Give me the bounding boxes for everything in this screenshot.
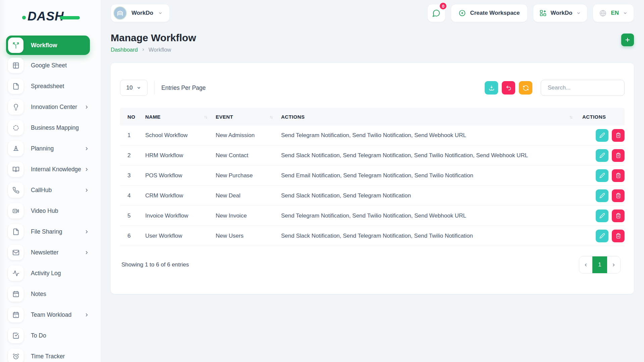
book-icon [12,166,19,173]
messages-button[interactable]: 0 [427,4,445,22]
logo-bar-icon [60,16,80,19]
create-workspace-label: Create Workspace [470,10,520,16]
cell-event: New Admission [216,132,281,139]
delete-button[interactable] [612,189,625,202]
trash-icon [615,153,621,158]
chevron-right-icon [611,262,616,267]
sidebar-item-video-hub[interactable]: Video Hub [0,200,101,221]
chevron-right-icon [84,188,89,193]
sidebar-item-label: Newsletter [31,249,59,256]
dashed-circle-icon [8,120,23,135]
sidebar-item-label: Business Mapping [31,124,79,131]
cell-row-actions [581,230,625,242]
sidebar-item-business-mapping[interactable]: Business Mapping [0,117,101,138]
lightbulb-icon [8,99,23,115]
table-icon [8,58,23,73]
sidebar-item-workflow[interactable]: Workflow [6,36,90,55]
cell-event: New Deal [216,192,281,199]
sidebar-item-file-sharing[interactable]: File Sharing [0,221,101,242]
next-page-button[interactable] [607,256,620,274]
create-workspace-button[interactable]: Create Workspace [451,4,527,22]
sort-icon[interactable]: ↑↓ [269,114,272,119]
delete-button[interactable] [612,169,625,182]
column-header-no[interactable]: NO [120,114,145,120]
previous-page-button[interactable] [579,256,592,274]
column-header-actions[interactable]: ACTIONS ↑↓ [281,114,581,120]
sidebar-item-to-do[interactable]: To Do [0,325,101,346]
breadcrumb-dashboard-link[interactable]: Dashboard [111,47,138,53]
cell-event: New Invoice [216,213,281,219]
book-icon [8,162,23,177]
trash-icon [615,213,621,219]
cell-name: Invoice Workflow [145,213,216,219]
workspace-switcher[interactable]: WorkDo [111,4,170,22]
sidebar-item-planning[interactable]: Planning [0,138,101,159]
entries-summary: Showing 1 to 6 of 6 entries [120,261,189,268]
chevron-right-icon [84,312,89,317]
chevron-right-icon [84,146,89,151]
cell-actions: Send Telegram Notification, Send Twilio … [281,132,581,139]
page-number-current[interactable]: 1 [592,256,607,274]
edit-button[interactable] [596,230,608,242]
app-logo[interactable]: DASH [22,9,79,26]
chevron-right-icon [84,312,89,317]
phone-icon [8,182,23,198]
table-row: 6 User Workflow New Users Send Slack Not… [120,226,625,246]
sidebar-item-google-sheet[interactable]: Google Sheet [0,55,101,76]
edit-button[interactable] [596,169,608,182]
workspace-name: WorkDo [131,10,153,16]
edit-button[interactable] [596,209,608,222]
sidebar-item-notes[interactable]: Notes [0,284,101,304]
edit-button[interactable] [596,149,608,162]
chevron-right-icon [84,229,89,234]
edit-button[interactable] [596,129,608,142]
export-button[interactable] [485,81,498,95]
delete-button[interactable] [612,149,625,162]
sidebar-item-newsletter[interactable]: Newsletter [0,242,101,263]
workspace-avatar [113,6,127,20]
lightbulb-icon [12,104,19,111]
chevron-right-icon [84,105,89,110]
cell-row-actions [581,169,625,182]
sidebar-item-activity-log[interactable]: Activity Log [0,263,101,284]
delete-button[interactable] [612,129,625,142]
delete-button[interactable] [612,209,625,222]
refresh-icon [523,85,529,91]
cell-name: School Workflow [145,132,216,139]
sidebar-item-innovation-center[interactable]: Innovation Center [0,97,101,117]
sidebar-item-label: To Do [31,332,46,339]
sidebar-item-spreadsheet[interactable]: Spreadsheet [0,76,101,97]
sidebar-item-team-workload[interactable]: Team Workload [0,304,101,325]
sidebar-item-label: Planning [31,145,54,152]
entries-per-page-select[interactable]: 10 [120,80,148,96]
app-switcher-button[interactable]: WorkDo [533,4,588,22]
language-selector[interactable]: EN [593,4,634,22]
calendar-icon [8,286,23,302]
sidebar-item-time-tracker[interactable]: Time Tracker [0,346,101,362]
table-row: 5 Invoice Workflow New Invoice Send Tele… [120,206,625,226]
topbar: WorkDo 0 Create Workspace WorkDo [111,0,634,26]
sidebar-item-internal-knowledge[interactable]: Internal Knowledge [0,159,101,180]
mail-icon [8,245,23,260]
sort-icon[interactable]: ↑↓ [569,114,572,119]
cell-event: New Users [216,233,281,239]
sidebar-item-callhub[interactable]: CallHub [0,180,101,200]
table-row: 3 POS Workflow New Purchase Send Email N… [120,166,625,186]
trash-icon [615,193,621,198]
undo-button[interactable] [502,81,515,95]
table-row: 2 HRM Workflow New Contact Send Slack No… [120,145,625,166]
delete-button[interactable] [612,230,625,242]
table-row: 4 CRM Workflow New Deal Send Slack Notif… [120,186,625,206]
refresh-button[interactable] [519,81,532,95]
add-workflow-button[interactable] [621,34,634,46]
cone-icon [8,141,23,156]
column-header-name[interactable]: NAME ↑↓ [145,114,216,120]
building-icon [116,9,124,17]
edit-button[interactable] [596,189,608,202]
pencil-icon [599,132,605,138]
page-title: Manage Workflow [111,32,196,44]
column-header-event[interactable]: EVENT ↑↓ [216,114,281,120]
sort-icon[interactable]: ↑↓ [204,114,207,119]
search-input[interactable] [541,80,625,96]
pencil-icon [599,233,605,239]
